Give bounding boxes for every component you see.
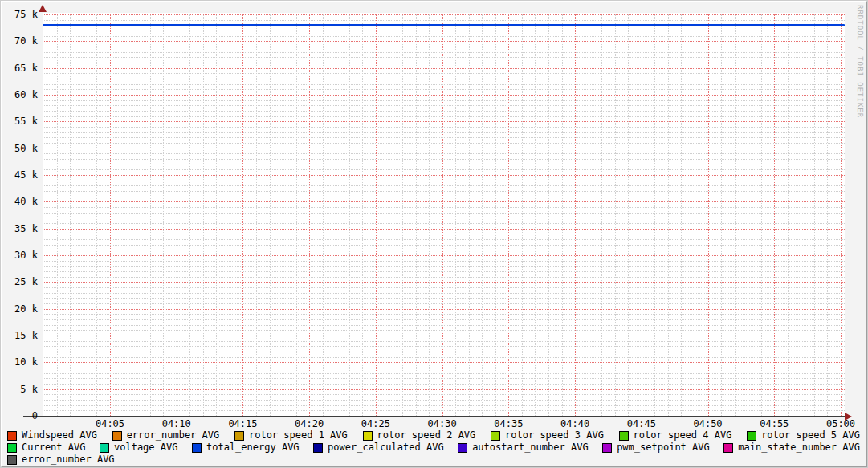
legend-label: rotor speed 1 AVG bbox=[249, 429, 348, 442]
minor-gridline-vertical bbox=[256, 14, 257, 416]
minor-gridline-horizontal bbox=[43, 207, 845, 208]
watermark: RRDTOOL / TOBI OETIKER bbox=[856, 5, 864, 118]
minor-gridline-horizontal bbox=[43, 111, 845, 112]
major-gridline-horizontal bbox=[43, 201, 845, 202]
major-gridline-vertical bbox=[508, 14, 509, 416]
major-gridline-vertical bbox=[177, 14, 177, 416]
minor-gridline-vertical bbox=[482, 14, 483, 416]
plot-area bbox=[43, 13, 845, 416]
legend-label: error_number AVG bbox=[127, 429, 220, 442]
x-tick-label: 04:55 bbox=[750, 418, 798, 429]
major-gridline-horizontal bbox=[43, 95, 845, 96]
minor-gridline-horizontal bbox=[43, 266, 845, 267]
minor-gridline-horizontal bbox=[43, 73, 845, 74]
minor-gridline-horizontal bbox=[43, 303, 845, 304]
legend-label: total_energy AVG bbox=[206, 442, 300, 454]
minor-gridline-horizontal bbox=[43, 57, 845, 58]
x-tick-label: 04:20 bbox=[285, 418, 333, 429]
legend-item: rotor speed 4 AVG bbox=[619, 429, 732, 442]
minor-gridline-horizontal bbox=[43, 191, 845, 192]
minor-gridline-horizontal bbox=[43, 319, 845, 320]
minor-gridline-horizontal bbox=[43, 31, 845, 31]
minor-gridline-horizontal bbox=[43, 400, 845, 401]
legend-label: rotor speed 3 AVG bbox=[505, 429, 604, 442]
minor-gridline-vertical bbox=[615, 14, 616, 416]
minor-gridline-vertical bbox=[814, 14, 815, 416]
minor-gridline-horizontal bbox=[43, 52, 845, 53]
x-tick-label: 04:35 bbox=[484, 418, 532, 429]
minor-gridline-horizontal bbox=[43, 250, 845, 250]
minor-gridline-horizontal bbox=[43, 165, 845, 165]
major-gridline-horizontal bbox=[43, 229, 845, 230]
legend-swatch-icon bbox=[491, 431, 500, 441]
y-axis-arrow-icon bbox=[39, 5, 47, 12]
legend: Windspeed AVGerror_number AVGrotor speed… bbox=[7, 429, 860, 466]
minor-gridline-horizontal bbox=[43, 314, 845, 315]
minor-gridline-horizontal bbox=[43, 293, 845, 294]
major-gridline-horizontal bbox=[43, 41, 845, 42]
major-gridline-vertical bbox=[442, 14, 443, 416]
legend-label: error_number AVG bbox=[22, 454, 115, 466]
minor-gridline-horizontal bbox=[43, 197, 845, 197]
major-gridline-vertical bbox=[708, 14, 709, 416]
major-gridline-vertical bbox=[376, 14, 377, 416]
minor-gridline-vertical bbox=[827, 14, 828, 416]
major-gridline-vertical bbox=[242, 14, 243, 416]
minor-gridline-vertical bbox=[216, 14, 217, 416]
minor-gridline-vertical bbox=[124, 14, 124, 416]
legend-row: Current AVGvoltage AVGtotal_energy AVGpo… bbox=[7, 442, 860, 454]
minor-gridline-horizontal bbox=[43, 239, 845, 240]
legend-row: Windspeed AVGerror_number AVGrotor speed… bbox=[7, 429, 860, 442]
minor-gridline-horizontal bbox=[43, 159, 845, 160]
minor-gridline-horizontal bbox=[43, 181, 845, 181]
major-gridline-vertical bbox=[642, 14, 642, 416]
legend-swatch-icon bbox=[192, 443, 202, 453]
minor-gridline-vertical bbox=[416, 14, 417, 416]
legend-swatch-icon bbox=[112, 431, 122, 441]
legend-item: pwm_setpoint AVG bbox=[602, 442, 710, 454]
major-gridline-horizontal bbox=[43, 149, 845, 149]
minor-gridline-vertical bbox=[589, 14, 589, 416]
x-tick-label: 04:50 bbox=[684, 418, 732, 429]
y-tick-label: 25 k bbox=[2, 276, 38, 287]
minor-gridline-horizontal bbox=[43, 287, 845, 288]
minor-gridline-vertical bbox=[788, 14, 789, 416]
legend-item: rotor speed 1 AVG bbox=[234, 429, 348, 442]
y-tick-label: 5 k bbox=[2, 384, 38, 395]
minor-gridline-horizontal bbox=[43, 410, 845, 411]
minor-gridline-horizontal bbox=[43, 352, 845, 352]
minor-gridline-vertical bbox=[654, 14, 655, 416]
minor-gridline-horizontal bbox=[43, 137, 845, 138]
legend-label: voltage AVG bbox=[114, 442, 177, 454]
major-gridline-vertical bbox=[110, 14, 111, 416]
legend-swatch-icon bbox=[100, 443, 109, 453]
legend-label: Current AVG bbox=[22, 442, 85, 454]
y-tick-label: 30 k bbox=[2, 250, 38, 261]
legend-label: rotor speed 4 AVG bbox=[634, 429, 732, 442]
x-tick-label: 04:10 bbox=[153, 418, 201, 429]
minor-gridline-horizontal bbox=[43, 84, 845, 85]
minor-gridline-vertical bbox=[362, 14, 363, 416]
minor-gridline-horizontal bbox=[43, 357, 845, 358]
major-gridline-horizontal bbox=[43, 309, 845, 310]
y-tick-label: 0 bbox=[2, 410, 38, 421]
legend-label: power_calculated AVG bbox=[328, 442, 444, 454]
legend-swatch-icon bbox=[747, 431, 756, 441]
minor-gridline-horizontal bbox=[43, 63, 845, 63]
y-tick-label: 65 k bbox=[2, 63, 38, 74]
y-tick-label: 45 k bbox=[2, 169, 38, 181]
minor-gridline-horizontal bbox=[43, 277, 845, 278]
minor-gridline-vertical bbox=[628, 14, 629, 416]
major-gridline-vertical bbox=[841, 14, 842, 416]
legend-item: main_state_number AVG bbox=[723, 442, 860, 454]
y-tick-label: 55 k bbox=[2, 116, 38, 127]
legend-label: rotor speed 5 AVG bbox=[761, 429, 860, 442]
minor-gridline-vertical bbox=[548, 14, 549, 416]
minor-gridline-horizontal bbox=[43, 79, 845, 79]
minor-gridline-horizontal bbox=[43, 116, 845, 117]
legend-swatch-icon bbox=[458, 443, 467, 453]
legend-item: Windspeed AVG bbox=[7, 429, 97, 442]
x-tick-label: 04:40 bbox=[551, 418, 599, 429]
y-axis-line bbox=[43, 8, 43, 416]
minor-gridline-horizontal bbox=[43, 223, 845, 224]
